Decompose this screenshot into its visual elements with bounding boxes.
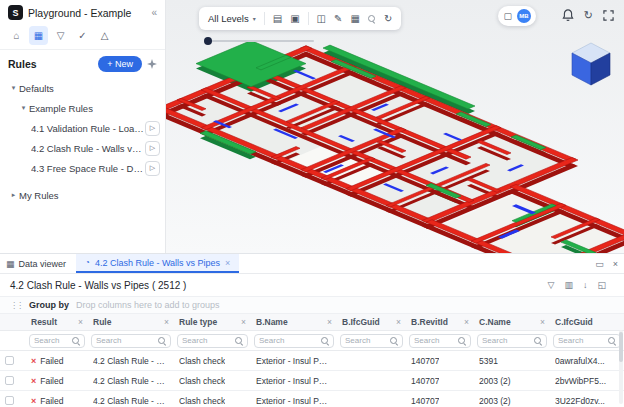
column-header-rule-type[interactable]: Rule type× bbox=[174, 314, 251, 331]
rule-cell: 4.2 Clash Rule - Walls vs... bbox=[88, 371, 174, 391]
row-checkbox[interactable] bbox=[5, 396, 14, 405]
run-rule-button[interactable]: ▷ bbox=[145, 121, 160, 136]
row-checkbox[interactable] bbox=[5, 356, 14, 365]
row-checkbox[interactable] bbox=[5, 376, 14, 385]
project-title: Playground - Example bbox=[28, 7, 131, 19]
map-icon[interactable]: ▤ bbox=[273, 14, 282, 24]
slider-track[interactable] bbox=[204, 40, 314, 42]
fullscreen-icon[interactable] bbox=[603, 10, 614, 21]
dock-panel-icon[interactable]: ▭ bbox=[595, 259, 604, 269]
layout-icon: ▦ bbox=[34, 30, 43, 41]
section-slider[interactable] bbox=[204, 37, 314, 46]
column-search-input-b-revitid[interactable] bbox=[414, 336, 456, 345]
grid-icon[interactable]: ▦ bbox=[350, 14, 359, 24]
search-box[interactable] bbox=[409, 334, 471, 348]
rule-type-cell: Clash check bbox=[174, 371, 251, 391]
bell-icon[interactable] bbox=[562, 9, 574, 22]
clear-filters-icon[interactable]: ▽ bbox=[548, 280, 555, 290]
search-icon bbox=[390, 336, 398, 345]
column-header-b-name[interactable]: B.Name× bbox=[251, 314, 337, 331]
levels-dropdown[interactable]: All Levels ▾ bbox=[208, 13, 256, 24]
chevron-down-icon[interactable]: ▾ bbox=[18, 104, 29, 112]
column-header-result[interactable]: Result× bbox=[26, 314, 88, 331]
tree-item-defaults[interactable]: ▾ Defaults bbox=[0, 78, 165, 98]
tab-clash-rule-result[interactable]: ◔ 4.2 Clash Rule - Walls vs Pipes × bbox=[76, 254, 239, 273]
layers-icon[interactable]: ▣ bbox=[290, 14, 299, 24]
tab-checks[interactable]: ✓ bbox=[73, 26, 92, 45]
column-search-input-rule[interactable] bbox=[96, 336, 156, 345]
table-scrollbar[interactable] bbox=[619, 330, 623, 404]
search-box[interactable] bbox=[340, 334, 403, 348]
remove-column-icon[interactable]: × bbox=[461, 317, 469, 327]
pencil-icon[interactable]: ✎ bbox=[334, 14, 342, 24]
tree-item-rule-42[interactable]: 4.2 Clash Rule - Walls vs Pipes ▷ bbox=[0, 138, 165, 158]
search-box[interactable] bbox=[177, 334, 248, 348]
model-icon: ▢ bbox=[503, 11, 512, 21]
tree-item-example-rules[interactable]: ▾ Example Rules bbox=[0, 98, 165, 118]
search-box[interactable] bbox=[477, 334, 547, 348]
tab-filter[interactable]: ▽ bbox=[51, 26, 70, 45]
group-by-bar[interactable]: ⋮⋮ Group by Drop columns here to add to … bbox=[0, 296, 624, 314]
run-rule-button[interactable]: ▷ bbox=[145, 161, 160, 176]
remove-column-icon[interactable]: × bbox=[238, 317, 246, 327]
b-name-cell: Exterior - Insul Panel on... bbox=[251, 371, 337, 391]
new-rule-button[interactable]: + New bbox=[98, 56, 142, 72]
search-box[interactable] bbox=[553, 334, 621, 348]
tab-layout[interactable]: ▦ bbox=[29, 26, 48, 45]
search-box[interactable] bbox=[254, 334, 334, 348]
avatar[interactable]: MB bbox=[517, 9, 531, 23]
tab-shapes[interactable]: △ bbox=[95, 26, 114, 45]
remove-column-icon[interactable]: × bbox=[324, 317, 332, 327]
navigation-cube[interactable] bbox=[571, 42, 611, 86]
download-icon[interactable]: ↓ bbox=[583, 280, 588, 290]
close-tab-icon[interactable]: × bbox=[225, 258, 230, 268]
remove-column-icon[interactable]: × bbox=[161, 317, 169, 327]
column-search-input-c-name[interactable] bbox=[482, 336, 532, 345]
chevron-right-icon[interactable]: ▸ bbox=[8, 191, 19, 199]
column-search-input-rule-type[interactable] bbox=[182, 336, 233, 345]
c-name-cell: 2003 (2) bbox=[474, 371, 550, 391]
column-header-b-ifcguid[interactable]: B.IfcGuid× bbox=[337, 314, 406, 331]
app-logo[interactable]: S bbox=[8, 5, 23, 20]
select-column-header bbox=[0, 314, 26, 331]
tag-icon[interactable]: ◫ bbox=[317, 14, 326, 24]
result-cell: ×Failed bbox=[26, 391, 88, 407]
search-box[interactable] bbox=[29, 334, 85, 348]
column-search-input-result[interactable] bbox=[34, 336, 70, 345]
viewport-3d[interactable]: All Levels ▾ ▤ ▣ ◫ ✎ ▦ ↻ ▢ MB ↻ bbox=[166, 0, 624, 253]
column-header-rule[interactable]: Rule× bbox=[88, 314, 174, 331]
presence-pill[interactable]: ▢ MB bbox=[498, 6, 536, 26]
tree-item-my-rules[interactable]: ▸ My Rules bbox=[0, 185, 165, 205]
column-search-input-b-ifcguid[interactable] bbox=[345, 336, 388, 345]
close-panel-icon[interactable]: × bbox=[613, 259, 618, 269]
column-header-c-name[interactable]: C.Name× bbox=[474, 314, 550, 331]
viewport-actions: ↻ bbox=[562, 9, 614, 22]
remove-column-icon[interactable]: × bbox=[393, 317, 401, 327]
column-header-c-ifcguid[interactable]: C.IfcGuid bbox=[550, 314, 624, 331]
collapse-sidebar-icon[interactable]: « bbox=[151, 7, 157, 18]
divider bbox=[264, 12, 265, 25]
zoom-icon[interactable] bbox=[368, 14, 376, 23]
column-search-input-b-name[interactable] bbox=[259, 336, 319, 345]
reset-view-icon[interactable]: ↻ bbox=[384, 14, 392, 24]
tab-home[interactable]: ⌂ bbox=[7, 26, 26, 45]
run-rule-button[interactable]: ▷ bbox=[145, 141, 160, 156]
search-box[interactable] bbox=[91, 334, 171, 348]
chevron-down-icon[interactable]: ▾ bbox=[8, 84, 19, 92]
column-search-input-c-ifcguid[interactable] bbox=[558, 336, 606, 345]
remove-column-icon[interactable]: × bbox=[75, 317, 83, 327]
columns-icon[interactable]: ▥ bbox=[564, 280, 573, 290]
play-icon: ▷ bbox=[150, 164, 155, 172]
sparkle-icon[interactable] bbox=[147, 59, 157, 69]
tree-item-rule-43[interactable]: 4.3 Free Space Rule - Door Swing Test ▷ bbox=[0, 158, 165, 178]
model-3d-view[interactable] bbox=[166, 22, 624, 253]
refresh-icon[interactable]: ↻ bbox=[584, 10, 593, 21]
column-header-b-revitid[interactable]: B.RevitId× bbox=[406, 314, 474, 331]
failed-x-icon: × bbox=[31, 356, 36, 366]
scrollbar-thumb[interactable] bbox=[619, 332, 623, 362]
slider-knob[interactable] bbox=[204, 37, 212, 45]
tree-item-rule-41[interactable]: 4.1 Validation Rule - LoadBearing ▷ bbox=[0, 118, 165, 138]
expand-icon[interactable]: ◱ bbox=[597, 280, 606, 290]
remove-column-icon[interactable]: × bbox=[537, 317, 545, 327]
rule-type-cell: Clash check bbox=[174, 391, 251, 407]
